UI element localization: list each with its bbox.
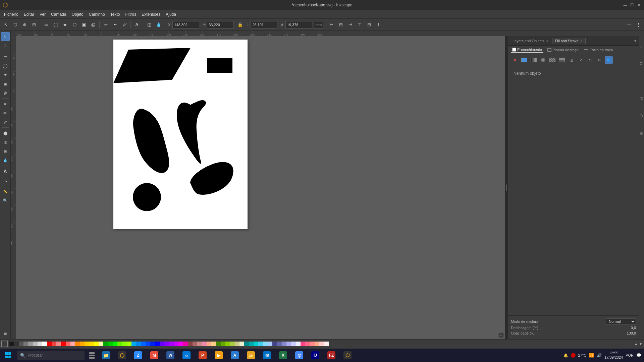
color-swatch[interactable] (66, 342, 70, 346)
menu-ver[interactable]: Ver (37, 11, 48, 17)
snap-options[interactable]: ⋮ (634, 20, 643, 29)
color-swatch[interactable] (150, 342, 155, 346)
tab-preenchimento[interactable]: Preenchimento (511, 47, 543, 53)
tool-rect[interactable]: ▭ (42, 20, 51, 29)
fill-linear-btn[interactable] (530, 56, 538, 64)
dropper-tool[interactable]: 💧 (1, 156, 10, 165)
fill-extra1[interactable]: ⚐ (595, 56, 603, 64)
color-swatch[interactable] (75, 342, 80, 346)
tool-text[interactable]: A (132, 20, 141, 29)
bucket-tool[interactable]: ⬤ (1, 129, 10, 137)
snap-corner[interactable]: ⊹ (498, 333, 504, 338)
menu-ficheiro[interactable]: Ficheiro (1, 11, 21, 17)
taskbar-app-chrome[interactable]: ◎ (291, 349, 307, 362)
color-swatch[interactable] (9, 342, 14, 346)
panel-collapse-handle[interactable] (505, 36, 508, 339)
color-swatch[interactable] (230, 342, 235, 346)
color-swatch[interactable] (131, 342, 136, 346)
select-tool[interactable]: ↖ (1, 32, 10, 41)
shape-small-rect[interactable] (207, 58, 232, 73)
taskbar-app-ppt[interactable]: P (195, 349, 211, 362)
unit-selector[interactable]: mm (314, 21, 323, 28)
taskbar-app-excel[interactable]: X (275, 349, 291, 362)
node-tool[interactable]: ⬡ (1, 41, 10, 50)
color-swatch[interactable] (19, 342, 23, 346)
mesh-tool[interactable]: ⊞ (1, 147, 10, 156)
color-swatch[interactable] (70, 342, 75, 346)
taskbar-app-word[interactable]: W (162, 349, 178, 362)
star-tool[interactable]: ★ (1, 70, 10, 79)
fill-unknown-btn[interactable]: ? (577, 56, 585, 64)
l-input[interactable] (251, 21, 277, 28)
taskbar-app-fm[interactable]: 📂 (243, 349, 259, 362)
taskbar-app-edge[interactable]: e (178, 349, 195, 362)
stroke-color-indicator[interactable] (1, 341, 8, 347)
shape-parallelogram[interactable] (113, 48, 191, 83)
color-swatch[interactable] (188, 342, 193, 346)
taskview-btn[interactable] (86, 349, 98, 362)
panel-menu[interactable]: ▾ (633, 39, 637, 43)
color-swatch[interactable] (301, 342, 305, 346)
colorbar-up[interactable]: ▲ (634, 342, 638, 346)
tool-node[interactable]: ⬡ (11, 20, 19, 29)
color-swatch[interactable] (103, 342, 108, 346)
fill-pattern-btn[interactable] (558, 56, 566, 64)
color-swatch[interactable] (272, 342, 277, 346)
tab-layers-objects[interactable]: Layers and Objects × (509, 38, 551, 44)
color-swatch[interactable] (235, 342, 239, 346)
edge-btn-5[interactable]: ⬡ (639, 107, 644, 124)
color-swatch[interactable] (277, 342, 282, 346)
color-swatch[interactable] (136, 342, 141, 346)
text-tool[interactable]: A (1, 167, 10, 176)
start-button[interactable] (0, 349, 16, 362)
tool-tweak[interactable]: ⊕ (20, 20, 29, 29)
tab-stroke-paint[interactable]: Pintura do traço (546, 47, 580, 53)
color-swatch[interactable] (296, 342, 301, 346)
measure-tool[interactable]: 📏 (1, 187, 10, 196)
a-input[interactable] (285, 21, 312, 28)
color-swatch[interactable] (42, 342, 47, 346)
color-swatch[interactable] (268, 342, 272, 346)
tool-pencil[interactable]: ✏ (101, 20, 110, 29)
fill-none-btn[interactable]: ✕ (511, 56, 519, 64)
align-left[interactable]: ⊢ (327, 20, 336, 29)
color-swatch[interactable] (155, 342, 160, 346)
color-swatch[interactable] (146, 342, 150, 346)
color-swatch[interactable] (89, 342, 94, 346)
color-swatch[interactable] (249, 342, 254, 346)
tool-gradient[interactable]: ◫ (145, 20, 154, 29)
close-button[interactable]: ✕ (636, 2, 641, 8)
canvas-scroll[interactable] (16, 36, 505, 339)
tool-poly[interactable]: ⬠ (70, 20, 79, 29)
color-swatch[interactable] (178, 342, 183, 346)
tab-layers-close[interactable]: × (546, 39, 548, 43)
maximize-button[interactable]: ❐ (629, 2, 635, 8)
fill-flat-btn[interactable] (520, 56, 528, 64)
shape-circle[interactable] (133, 183, 161, 211)
taskbar-app-app8[interactable]: A (227, 349, 243, 362)
color-swatch[interactable] (28, 342, 33, 346)
color-swatch[interactable] (117, 342, 122, 346)
menu-objeto[interactable]: Objeto (69, 11, 86, 17)
menu-editar[interactable]: Editar (21, 11, 37, 17)
color-swatch[interactable] (291, 342, 296, 346)
taskbar-app-explorer[interactable]: 📁 (98, 349, 114, 362)
search-input[interactable] (28, 353, 78, 358)
menu-extensoes[interactable]: Extensões (139, 11, 163, 17)
layer-icon[interactable]: ⊞ (1, 329, 10, 338)
color-swatch[interactable] (127, 342, 131, 346)
color-swatch[interactable] (80, 342, 85, 346)
notifications-panel[interactable]: 💬 (636, 353, 641, 358)
tool-zoom[interactable]: ⊞ (30, 20, 38, 29)
tool-star[interactable]: ★ (61, 20, 69, 29)
color-swatch[interactable] (85, 342, 89, 346)
fill-extra2[interactable]: 🔷 (605, 56, 613, 64)
color-swatch[interactable] (211, 342, 216, 346)
color-swatch[interactable] (169, 342, 174, 346)
edge-btn-1[interactable]: ⊞ (639, 38, 644, 54)
tool-dropper[interactable]: 💧 (154, 20, 163, 29)
shape-leaf[interactable] (133, 109, 169, 173)
color-swatch[interactable] (221, 342, 225, 346)
color-swatch[interactable] (216, 342, 221, 346)
edge-btn-2[interactable]: ⊟ (639, 55, 644, 72)
